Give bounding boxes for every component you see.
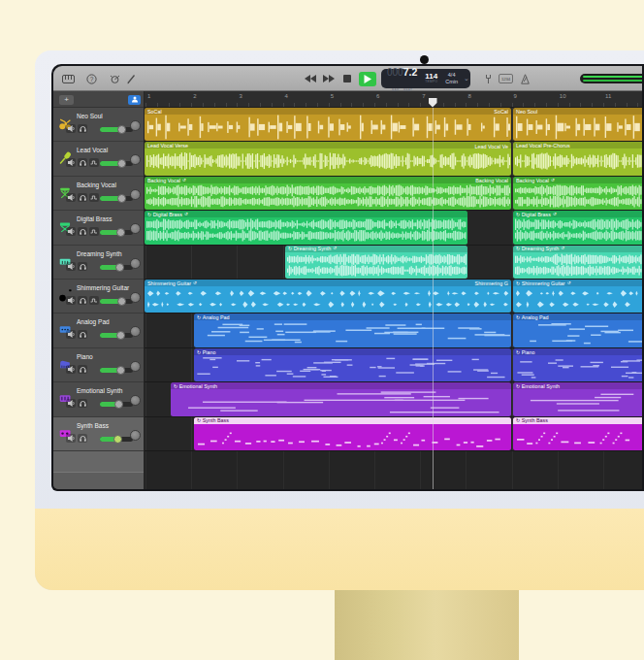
region-dreaming-synth-0[interactable]: ↻Dreaming Synth↺ [285,246,467,279]
keyboard-icon[interactable] [60,72,76,85]
input-monitor-button[interactable] [89,193,99,202]
timeline-ruler[interactable]: 1234567891011 [145,91,642,108]
volume-slider[interactable] [100,265,133,270]
volume-knob[interactable] [117,297,126,306]
region-lead-vocal-pre-chorus-1[interactable]: Lead Vocal Pre-Chorus [513,142,642,175]
region-dreaming-synth-1[interactable]: ↻Dreaming Synth↺ [513,246,642,279]
solo-button[interactable] [78,330,87,339]
track-lane-emotional-synth[interactable]: ↻Emotional Synth↻Emotional Synth [145,382,642,416]
region-synth-bass-1[interactable]: ↻Synth Bass [513,417,642,450]
solo-button[interactable] [78,193,87,202]
pan-knob[interactable] [130,361,141,372]
pan-knob[interactable] [130,189,141,200]
add-track-button[interactable]: + [59,95,74,105]
volume-knob[interactable] [116,228,125,237]
track-lane-piano[interactable]: ↻Piano↻Piano [145,348,642,382]
mute-button[interactable] [66,262,76,271]
volume-knob[interactable] [114,400,123,409]
volume-knob[interactable] [116,331,125,340]
region-analog-pad-0[interactable]: ↻Analog Pad [194,314,511,346]
pan-knob[interactable] [130,292,141,303]
region-shimmering-guitar-0[interactable]: Shimmering Guitar↺Shimmering G [145,280,511,313]
region-synth-bass-0[interactable]: ↻Synth Bass [194,417,511,450]
track-lane-synth-bass[interactable]: ↻Synth Bass↻Synth Bass [145,417,642,451]
mute-button[interactable] [66,330,76,339]
solo-button[interactable] [78,227,87,236]
pan-knob[interactable] [130,395,141,406]
volume-slider[interactable] [100,402,133,407]
count-in-button[interactable]: 1234 [499,74,513,83]
volume-knob[interactable] [116,366,125,375]
mute-button[interactable] [66,158,76,167]
region-piano-1[interactable]: ↻Piano [513,348,642,381]
track-lane-backing-vocal[interactable]: Backing Vocal↺Backing VocalBacking Vocal… [145,177,642,211]
mute-button[interactable] [66,193,76,202]
solo-button[interactable] [78,399,87,408]
volume-knob[interactable] [117,159,126,168]
volume-knob[interactable] [115,263,124,272]
region-emotional-synth-1[interactable]: ↻Emotional Synth [513,382,642,415]
volume-knob[interactable] [113,435,122,444]
mute-button[interactable] [66,365,76,374]
region-emotional-synth-0[interactable]: ↻Emotional Synth [171,382,511,415]
smart-controls-icon[interactable] [107,72,122,85]
track-header-backing-vocal[interactable]: Backing Vocal [53,177,144,211]
track-header-piano[interactable]: Piano [53,348,144,382]
pan-knob[interactable] [130,154,141,165]
quick-help-icon[interactable]: ? [83,72,99,85]
solo-button[interactable] [78,158,87,167]
solo-button[interactable] [78,262,87,271]
editors-icon[interactable] [123,72,139,85]
forward-button[interactable] [322,72,336,85]
volume-slider[interactable] [100,127,133,132]
region-backing-vocal-0[interactable]: Backing Vocal↺Backing Vocal [145,177,511,210]
region-shimmering-guitar-1[interactable]: ↻Shimmering Guitar↺ [513,280,642,313]
solo-button[interactable] [78,434,87,443]
volume-slider[interactable] [100,196,133,201]
input-monitor-button[interactable] [89,158,99,167]
region-backing-vocal-1[interactable]: Backing Vocal↺ [513,177,642,210]
volume-slider[interactable] [100,230,133,235]
solo-button[interactable] [78,365,87,374]
region-digital-brass-0[interactable]: ↻Digital Brass↺ [145,211,467,244]
pan-knob[interactable] [130,430,141,441]
volume-knob[interactable] [117,125,126,134]
input-monitor-button[interactable] [89,296,99,305]
pan-knob[interactable] [130,223,141,234]
pan-knob[interactable] [130,326,141,337]
region-digital-brass-1[interactable]: ↻Digital Brass↺ [513,211,642,244]
track-header-shimmering-guitar[interactable]: Shimmering Guitar [53,280,144,314]
stop-button[interactable] [340,72,354,85]
mute-button[interactable] [66,399,76,408]
region-neo-soul-1[interactable]: Neo Soul [513,108,642,141]
pan-knob[interactable] [130,258,141,269]
track-header-lead-vocal[interactable]: Lead Vocal [53,142,144,176]
region-analog-pad-1[interactable]: ↻Analog Pad [513,314,642,346]
volume-slider[interactable] [100,437,133,442]
lcd-display[interactable]: 0007.2 BAR BEAT 114 TEMPO 4/4 Cmin ⌄ [381,69,470,88]
mute-button[interactable] [66,227,76,236]
rewind-button[interactable] [304,72,317,85]
volume-slider[interactable] [100,368,133,373]
mute-button[interactable] [66,434,76,443]
chevron-down-icon[interactable]: ⌄ [464,75,469,82]
track-lane-digital-brass[interactable]: ↻Digital Brass↺↻Digital Brass↺ [145,211,642,245]
volume-slider[interactable] [100,299,133,304]
track-header-analog-pad[interactable]: Analog Pad [53,314,144,347]
track-header-neo-soul[interactable]: Neo Soul [53,108,144,142]
track-lane-dreaming-synth[interactable]: ↻Dreaming Synth↺↻Dreaming Synth↺ [145,246,642,280]
track-header-digital-brass[interactable]: Digital Brass [53,211,144,245]
track-lane-shimmering-guitar[interactable]: Shimmering Guitar↺Shimmering G↻Shimmerin… [145,280,642,314]
region-socal-0[interactable]: SoCalSoCal [145,108,511,141]
track-header-emotional-synth[interactable]: Emotional Synth [53,382,144,416]
mute-button[interactable] [66,296,76,305]
track-header-dreaming-synth[interactable]: Dreaming Synth [53,246,144,280]
metronome-icon[interactable] [517,72,532,85]
input-monitor-button[interactable] [89,227,99,236]
region-lead-vocal-verse-0[interactable]: Lead Vocal VerseLead Vocal Ve [145,142,511,175]
solo-button[interactable] [78,124,87,133]
track-header-synth-bass[interactable]: Synth Bass [53,417,144,451]
track-lane-neo-soul[interactable]: SoCalSoCalNeo Soul [145,108,642,142]
play-button[interactable] [359,72,376,86]
volume-knob[interactable] [117,194,126,203]
